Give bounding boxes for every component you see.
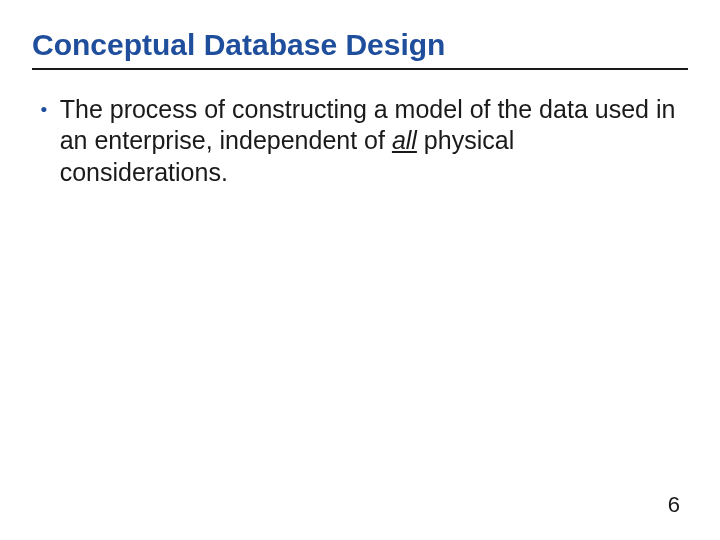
slide-content: • The process of constructing a model of… (32, 94, 688, 188)
slide-container: Conceptual Database Design • The process… (0, 0, 720, 540)
bullet-item: • The process of constructing a model of… (40, 94, 688, 188)
bullet-text: The process of constructing a model of t… (60, 94, 688, 188)
slide-title: Conceptual Database Design (32, 28, 688, 70)
bullet-text-before: The process of constructing a model of t… (60, 95, 676, 154)
bullet-text-emphasized: all (392, 126, 417, 154)
bullet-marker-icon: • (40, 96, 48, 124)
page-number: 6 (668, 492, 680, 518)
